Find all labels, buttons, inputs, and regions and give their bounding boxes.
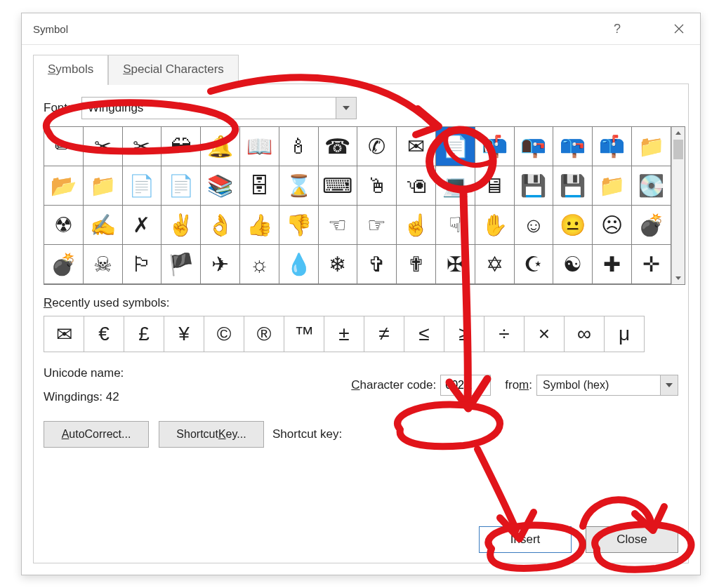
recent-symbol-cell[interactable]: ∞ (564, 316, 605, 352)
window-title: Symbol (33, 23, 600, 35)
character-code-input[interactable] (440, 375, 491, 396)
close-button[interactable]: Close (586, 526, 678, 553)
symbol-cell[interactable]: ✋ (475, 206, 515, 245)
symbol-cell[interactable]: 🏴 (161, 245, 201, 284)
symbol-cell[interactable]: ☹ (593, 206, 632, 245)
close-window-button[interactable] (664, 19, 694, 39)
resize-grip-icon[interactable] (677, 552, 687, 561)
scroll-thumb[interactable] (673, 140, 683, 159)
symbol-cell[interactable]: ✗ (123, 206, 162, 245)
symbol-cell[interactable]: 📄 (436, 127, 475, 166)
symbol-cell[interactable]: ✉ (397, 127, 436, 166)
symbol-cell[interactable]: ✟ (397, 245, 436, 284)
recent-symbol-cell[interactable]: © (204, 316, 244, 352)
shortcut-key-button[interactable]: Shortcut Key... (159, 421, 264, 448)
font-combo[interactable]: Wingdings (81, 97, 357, 119)
symbol-cell[interactable]: 📂 (44, 166, 84, 206)
symbol-cell[interactable]: 💣 (632, 206, 671, 245)
symbol-cell[interactable]: ☪ (515, 245, 554, 284)
unicode-name-label: Unicode name: (44, 366, 351, 380)
symbol-cell[interactable]: 📚 (201, 166, 240, 206)
symbol-cell[interactable]: 📪 (553, 127, 593, 166)
symbol-cell[interactable]: ✈ (201, 245, 240, 284)
recent-symbols-row: ✉€£¥©®™±≠≤≥÷×∞μ (44, 316, 678, 352)
symbol-cell[interactable]: ⌨ (319, 166, 358, 206)
symbol-cell[interactable]: ✏ (44, 127, 84, 166)
recent-symbol-cell[interactable]: € (84, 316, 124, 352)
scroll-up-icon[interactable] (672, 127, 685, 140)
symbol-cell[interactable]: ☎ (319, 127, 358, 166)
symbol-cell[interactable]: ✂ (84, 127, 123, 166)
recent-symbol-cell[interactable]: ÷ (484, 316, 525, 352)
recent-symbol-cell[interactable]: ≤ (404, 316, 444, 352)
symbol-cell[interactable]: 🗄 (240, 166, 279, 206)
symbol-cell[interactable]: ☯ (553, 245, 593, 284)
recent-symbol-cell[interactable]: ¥ (164, 316, 204, 352)
symbol-cell[interactable]: 👌 (201, 206, 240, 245)
tab-special-characters[interactable]: Special Characters (108, 55, 239, 85)
from-combo[interactable]: Symbol (hex) (536, 375, 678, 396)
symbol-cell[interactable]: 📁 (593, 166, 632, 206)
symbol-cell[interactable]: 📄 (123, 166, 162, 206)
symbol-cell[interactable]: ☜ (319, 206, 358, 245)
symbol-cell[interactable]: 💧 (279, 245, 319, 284)
character-code-label: Character code: (351, 378, 436, 392)
recent-symbol-cell[interactable]: ✉ (44, 316, 84, 352)
symbol-cell[interactable]: ☞ (357, 206, 397, 245)
recent-symbol-cell[interactable]: × (524, 316, 565, 352)
symbol-dialog: Symbol ? Symbols Special Characters Font… (21, 13, 701, 575)
symbol-cell[interactable]: ✞ (357, 245, 397, 284)
symbol-cell[interactable]: ✆ (357, 127, 397, 166)
symbol-cell[interactable]: 🔔 (201, 127, 240, 166)
symbol-cell[interactable]: ☢ (44, 206, 84, 245)
symbol-cell[interactable]: 📭 (515, 127, 554, 166)
symbol-cell[interactable]: 😐 (553, 206, 593, 245)
symbol-cell[interactable]: 📫 (593, 127, 632, 166)
insert-button[interactable]: Insert (479, 526, 572, 553)
symbol-cell[interactable]: ✡ (475, 245, 515, 284)
symbol-cell[interactable]: 👎 (279, 206, 319, 245)
symbol-cell[interactable]: 🖲 (397, 166, 436, 206)
help-button[interactable]: ? (602, 19, 633, 39)
recent-symbol-cell[interactable]: ± (324, 316, 364, 352)
symbol-cell[interactable]: ✍ (84, 206, 123, 245)
symbol-cell[interactable]: 📁 (632, 127, 671, 166)
recent-symbol-cell[interactable]: £ (124, 316, 164, 352)
scroll-down-icon[interactable] (672, 272, 685, 284)
symbol-cell[interactable]: 🖱 (357, 166, 397, 206)
grid-scrollbar[interactable] (671, 127, 685, 284)
autocorrect-button[interactable]: AutoCorrect... (44, 421, 149, 448)
symbol-cell[interactable]: 🏳 (123, 245, 162, 284)
symbol-cell[interactable]: 🕯 (279, 127, 319, 166)
recent-symbol-cell[interactable]: ≥ (444, 316, 484, 352)
symbol-cell[interactable]: 📬 (475, 127, 515, 166)
symbol-cell[interactable]: ☠ (84, 245, 123, 284)
symbol-cell[interactable]: ✌ (161, 206, 201, 245)
symbol-cell[interactable]: ✠ (436, 245, 475, 284)
symbol-cell[interactable]: ✚ (593, 245, 632, 284)
symbol-cell[interactable]: 💾 (515, 166, 554, 206)
symbol-cell[interactable]: 💽 (632, 166, 671, 206)
recent-symbol-cell[interactable]: ™ (284, 316, 324, 352)
symbol-cell[interactable]: 📁 (84, 166, 123, 206)
symbol-cell[interactable]: ❄ (319, 245, 358, 284)
symbol-cell[interactable]: 🖥 (475, 166, 515, 206)
symbol-cell[interactable]: ✛ (632, 245, 671, 284)
tab-symbols[interactable]: Symbols (33, 55, 108, 85)
symbol-cell[interactable]: ⌛ (279, 166, 319, 206)
symbol-cell[interactable]: 🕶 (161, 127, 201, 166)
symbol-cell[interactable]: 💻 (436, 166, 475, 206)
symbol-cell[interactable]: 👍 (240, 206, 279, 245)
symbol-cell[interactable]: 📄 (161, 166, 201, 206)
symbol-cell[interactable]: ☺ (515, 206, 554, 245)
recent-symbol-cell[interactable]: ® (244, 316, 284, 352)
symbol-cell[interactable]: ☝ (397, 206, 436, 245)
symbol-cell[interactable]: 💣 (44, 245, 84, 284)
symbol-cell[interactable]: 💾 (553, 166, 593, 206)
recent-symbol-cell[interactable]: μ (604, 316, 645, 352)
symbol-cell[interactable]: 📖 (240, 127, 279, 166)
symbol-cell[interactable]: ☼ (240, 245, 279, 284)
symbol-cell[interactable]: ✂ (123, 127, 162, 166)
symbol-cell[interactable]: ☟ (436, 206, 475, 245)
recent-symbol-cell[interactable]: ≠ (364, 316, 404, 352)
